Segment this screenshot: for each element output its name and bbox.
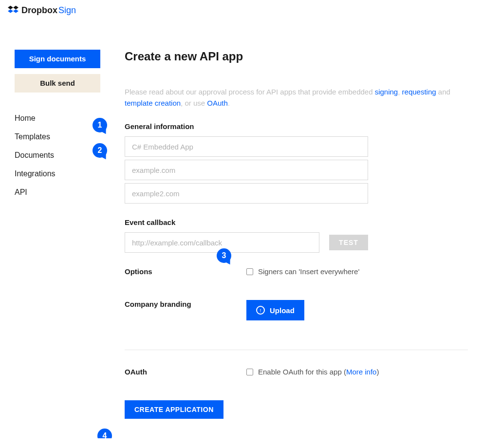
svg-marker-1 bbox=[13, 6, 19, 9]
logo-text: DropboxSign bbox=[21, 5, 76, 16]
insert-everywhere-label: Signers can 'Insert everywhere' bbox=[258, 267, 359, 276]
signing-link[interactable]: signing bbox=[375, 88, 398, 96]
app-header: DropboxSign bbox=[0, 0, 502, 20]
options-label: Options bbox=[125, 267, 246, 276]
sidebar: Sign documents Bulk send Home Templates … bbox=[5, 20, 107, 419]
enable-oauth-checkbox[interactable] bbox=[246, 369, 253, 375]
main-content: 1 2 3 4 Create a new API app Please read… bbox=[107, 20, 497, 419]
oauth-more-info-link[interactable]: More info bbox=[346, 368, 377, 376]
sidebar-item-templates[interactable]: Templates bbox=[15, 128, 107, 146]
bulk-send-button[interactable]: Bulk send bbox=[15, 74, 100, 93]
svg-marker-3 bbox=[13, 9, 19, 13]
template-creation-link[interactable]: template creation bbox=[125, 99, 181, 107]
oauth-link[interactable]: OAuth bbox=[207, 99, 228, 107]
annotation-badge-3: 3 bbox=[217, 248, 231, 263]
general-information-label: General information bbox=[125, 122, 468, 131]
page-title: Create a new API app bbox=[125, 50, 468, 63]
event-callback-label: Event callback bbox=[125, 218, 468, 226]
annotation-badge-2: 2 bbox=[93, 143, 107, 158]
insert-everywhere-checkbox[interactable] bbox=[246, 268, 253, 275]
create-application-button[interactable]: CREATE APPLICATION bbox=[125, 400, 223, 419]
sidebar-item-api[interactable]: API bbox=[15, 183, 107, 202]
annotation-badge-1: 1 bbox=[93, 118, 107, 132]
company-branding-label: Company branding bbox=[125, 300, 246, 308]
annotation-badge-4: 4 bbox=[97, 429, 112, 438]
test-callback-button[interactable]: TEST bbox=[329, 235, 368, 250]
divider bbox=[125, 350, 468, 350]
upload-icon: ↑ bbox=[256, 306, 265, 315]
enable-oauth-label: Enable OAuth for this app (More info) bbox=[258, 368, 379, 376]
app-name-input[interactable] bbox=[125, 136, 368, 157]
oauth-label: OAuth bbox=[125, 368, 246, 376]
domain-1-input[interactable] bbox=[125, 160, 368, 180]
domain-2-input[interactable] bbox=[125, 183, 368, 204]
requesting-link[interactable]: requesting bbox=[402, 88, 436, 96]
intro-text: Please read about our approval process f… bbox=[125, 87, 468, 109]
svg-marker-2 bbox=[8, 9, 13, 13]
dropbox-sign-logo-icon bbox=[8, 5, 19, 16]
sign-documents-button[interactable]: Sign documents bbox=[15, 50, 100, 68]
sidebar-item-integrations[interactable]: Integrations bbox=[15, 165, 107, 183]
logo[interactable]: DropboxSign bbox=[8, 5, 76, 16]
svg-marker-0 bbox=[8, 6, 13, 9]
upload-branding-button[interactable]: ↑ Upload bbox=[246, 300, 304, 320]
